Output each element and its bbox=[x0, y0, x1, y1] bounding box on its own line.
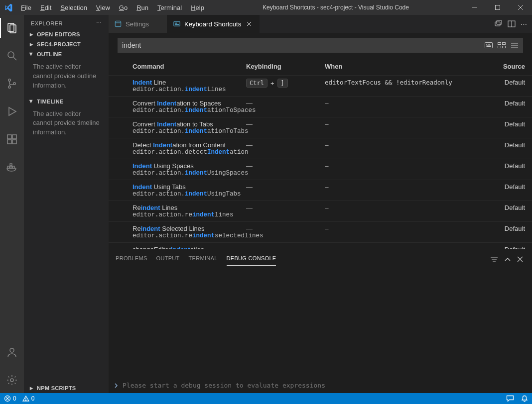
menu-file[interactable]: File bbox=[17, 2, 35, 13]
keybinding-row[interactable]: Indent Lineeditor.action.indentLinesCtrl… bbox=[109, 76, 532, 97]
svg-point-17 bbox=[10, 348, 14, 352]
command-id: editor.action.indentationToSpaces bbox=[133, 107, 242, 114]
keybinding-row[interactable]: Indent Using Tabseditor.action.indentUsi… bbox=[109, 180, 532, 201]
status-errors[interactable]: 0 bbox=[4, 395, 16, 402]
source-cell: Default bbox=[478, 162, 525, 170]
tab-icon bbox=[173, 20, 180, 27]
menu-view[interactable]: View bbox=[92, 2, 114, 13]
split-editor-icon[interactable] bbox=[508, 20, 516, 28]
account-icon[interactable] bbox=[0, 342, 24, 362]
keybinding-row[interactable]: Reindent Selected Lineseditor.action.rei… bbox=[109, 222, 532, 243]
sidebar-section-outline[interactable]: ▸OUTLINE bbox=[24, 49, 109, 59]
section-label: TIMELINE bbox=[37, 99, 64, 104]
svg-rect-9 bbox=[7, 135, 11, 139]
status-bar: 0 0 bbox=[0, 393, 532, 404]
section-label: OPEN EDITORS bbox=[37, 31, 80, 37]
command-name: Reindent Selected Lines bbox=[133, 225, 242, 232]
keybinding-search-input[interactable] bbox=[122, 41, 485, 49]
svg-point-7 bbox=[8, 86, 10, 88]
menu-help[interactable]: Help bbox=[187, 2, 208, 13]
section-label: OUTLINE bbox=[37, 51, 62, 57]
extensions-icon[interactable] bbox=[0, 129, 24, 149]
run-debug-icon[interactable] bbox=[0, 101, 24, 121]
keybinding-cell: — bbox=[246, 183, 321, 191]
tab-label: Keyboard Shortcuts bbox=[184, 20, 241, 28]
clear-search-icon[interactable] bbox=[511, 42, 519, 49]
panel-tab-debug-console[interactable]: DEBUG CONSOLE bbox=[227, 253, 276, 266]
svg-point-32 bbox=[490, 44, 490, 45]
maximize-button[interactable] bbox=[486, 0, 509, 15]
open-keyboard-shortcuts-json-icon[interactable] bbox=[495, 20, 503, 28]
menu-edit[interactable]: Edit bbox=[36, 2, 55, 13]
panel-close-icon[interactable] bbox=[517, 256, 523, 263]
tab-icon bbox=[115, 20, 122, 27]
explorer-icon[interactable] bbox=[0, 18, 24, 38]
column-command[interactable]: Command bbox=[133, 63, 242, 70]
column-source[interactable]: Source bbox=[478, 63, 525, 70]
window-controls bbox=[463, 0, 532, 15]
keybinding-row[interactable]: Reindent Lineseditor.action.reindentline… bbox=[109, 201, 532, 222]
when-cell: — bbox=[325, 141, 474, 149]
menu-selection[interactable]: Selection bbox=[56, 2, 91, 13]
minimize-button[interactable] bbox=[463, 0, 486, 15]
sort-precedence-icon[interactable] bbox=[498, 42, 506, 49]
record-keys-icon[interactable] bbox=[485, 42, 493, 49]
keybinding-table-header: Command Keybinding When Source bbox=[109, 58, 532, 76]
keyboard-shortcuts-pane: Command Keybinding When Source Indent Li… bbox=[109, 33, 532, 249]
sidebar-section-npm-scripts[interactable]: ▸NPM SCRIPTS bbox=[24, 383, 109, 393]
more-icon[interactable]: ⋯ bbox=[96, 20, 102, 26]
svg-rect-26 bbox=[497, 20, 502, 24]
search-icon[interactable] bbox=[0, 46, 24, 66]
keybinding-row[interactable]: Indent Using Spaceseditor.action.indentU… bbox=[109, 159, 532, 180]
column-when[interactable]: When bbox=[325, 63, 474, 70]
tab-close-icon[interactable] bbox=[245, 20, 253, 28]
when-cell: — bbox=[325, 120, 474, 128]
panel-tab-terminal[interactable]: TERMINAL bbox=[189, 253, 218, 266]
source-cell: Default bbox=[478, 225, 525, 232]
filter-icon[interactable] bbox=[490, 256, 498, 263]
sidebar-section-open-editors[interactable]: ▸OPEN EDITORS bbox=[24, 29, 109, 39]
editor-tab-settings[interactable]: Settings bbox=[109, 15, 167, 33]
status-feedback-icon[interactable] bbox=[506, 395, 514, 402]
more-actions-icon[interactable]: ⋯ bbox=[521, 20, 527, 28]
chevron-down-icon: ▸ bbox=[28, 51, 35, 58]
svg-point-8 bbox=[13, 83, 15, 85]
activity-bar bbox=[0, 15, 24, 393]
chevron-right-icon bbox=[114, 382, 119, 389]
sidebar-section-timeline[interactable]: ▸TIMELINE bbox=[24, 97, 109, 106]
svg-rect-19 bbox=[115, 21, 121, 26]
keybinding-search[interactable] bbox=[118, 38, 523, 53]
sidebar-section-sec4-project[interactable]: ▸SEC4-PROJECT bbox=[24, 39, 109, 49]
editor-tab-keyboard-shortcuts[interactable]: Keyboard Shortcuts bbox=[167, 15, 260, 33]
settings-icon[interactable] bbox=[0, 370, 24, 390]
svg-rect-16 bbox=[10, 164, 12, 166]
vscode-logo-icon bbox=[0, 3, 17, 11]
status-bell-icon[interactable] bbox=[521, 395, 528, 402]
keybinding-row[interactable]: Detect Indentation from Contenteditor.ac… bbox=[109, 138, 532, 159]
command-id: editor.action.indentUsingSpaces bbox=[133, 170, 242, 177]
command-name: Reindent Lines bbox=[133, 204, 242, 211]
panel-chevron-up-icon[interactable] bbox=[504, 256, 511, 263]
column-keybinding[interactable]: Keybinding bbox=[246, 63, 321, 70]
debug-console-input[interactable] bbox=[123, 382, 527, 389]
svg-line-5 bbox=[13, 57, 16, 60]
sidebar: EXPLORER ⋯ ▸OPEN EDITORS▸SEC4-PROJECT▸OU… bbox=[24, 15, 109, 393]
panel-tab-output[interactable]: OUTPUT bbox=[156, 253, 180, 266]
svg-rect-29 bbox=[485, 43, 493, 48]
docker-icon[interactable] bbox=[0, 157, 24, 177]
source-cell: Default bbox=[478, 141, 525, 149]
source-control-icon[interactable] bbox=[0, 74, 24, 94]
status-warnings[interactable]: 0 bbox=[22, 395, 35, 402]
keybinding-row[interactable]: Convert Indentation to Tabseditor.action… bbox=[109, 117, 532, 138]
panel-tab-problems[interactable]: PROBLEMS bbox=[116, 253, 147, 266]
keybinding-row[interactable]: Convert Indentation to Spaceseditor.acti… bbox=[109, 97, 532, 117]
when-cell: — bbox=[325, 162, 474, 170]
menu-terminal[interactable]: Terminal bbox=[153, 2, 186, 13]
command-id: editor.action.indentationToTabs bbox=[133, 128, 242, 135]
menu-go[interactable]: Go bbox=[115, 2, 132, 13]
when-cell: — bbox=[325, 204, 474, 211]
menu-run[interactable]: Run bbox=[133, 2, 152, 13]
close-button[interactable] bbox=[509, 0, 532, 15]
svg-rect-12 bbox=[12, 140, 16, 144]
keybinding-cell: — bbox=[246, 162, 321, 170]
